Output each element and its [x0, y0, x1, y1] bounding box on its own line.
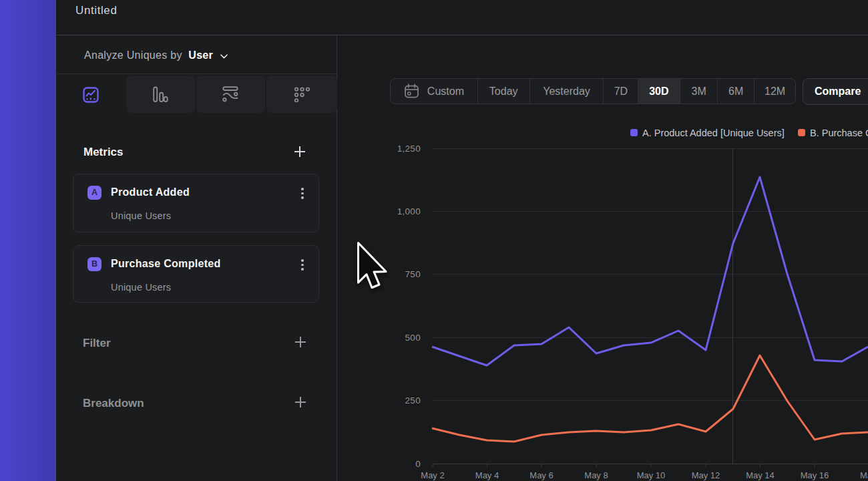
svg-text:1,250: 1,250: [397, 144, 421, 154]
svg-text:0: 0: [415, 459, 421, 469]
svg-text:May 2: May 2: [421, 470, 444, 480]
svg-text:May 14: May 14: [746, 470, 775, 480]
svg-text:May 4: May 4: [475, 470, 499, 480]
svg-text:250: 250: [405, 395, 421, 406]
svg-text:May 6: May 6: [529, 470, 553, 480]
svg-text:500: 500: [405, 333, 421, 343]
svg-text:1,000: 1,000: [397, 206, 421, 216]
svg-text:May 12: May 12: [692, 470, 720, 480]
svg-text:May 8: May 8: [584, 470, 608, 480]
svg-text:750: 750: [405, 269, 421, 279]
svg-text:Ma: Ma: [860, 470, 868, 480]
svg-text:May 16: May 16: [801, 470, 829, 480]
svg-text:May 10: May 10: [637, 470, 666, 480]
